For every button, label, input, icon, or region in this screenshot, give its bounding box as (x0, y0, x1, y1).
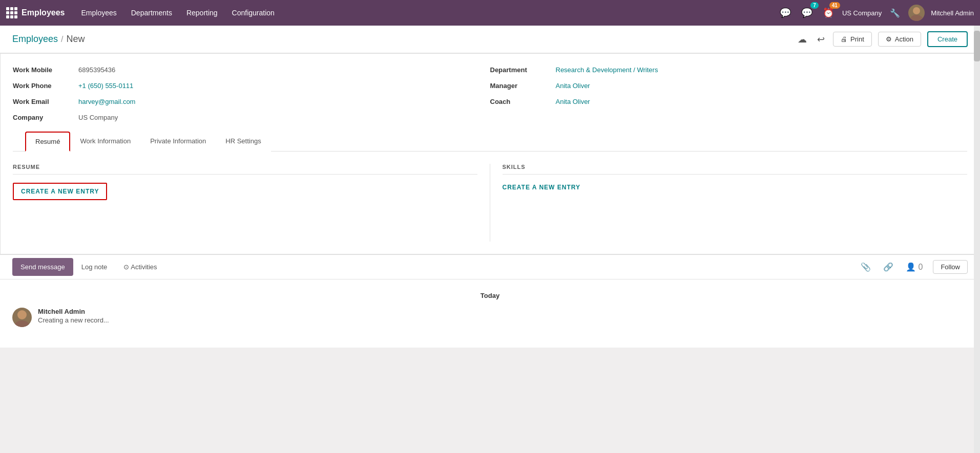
department-label: Department (490, 66, 552, 74)
message-feed: Today Mitchell Admin Creating a new reco… (0, 279, 980, 348)
attachment-icon[interactable]: 📎 (859, 260, 873, 274)
work-phone-row: Work Phone +1 (650) 555-0111 (13, 78, 490, 94)
nav-menu: Employees Departments Reporting Configur… (75, 6, 777, 20)
message-author: Mitchell Admin (38, 308, 109, 315)
resume-skills-section: RESUME CREATE A NEW ENTRY SKILLS CREATE … (1, 152, 979, 254)
chatter-right-actions: 📎 🔗 👤 0 Follow (859, 260, 968, 274)
message-content: Mitchell Admin Creating a new record... (38, 308, 109, 324)
coach-row: Coach Anita Oliver (490, 94, 968, 110)
svg-point-2 (17, 310, 27, 319)
create-button[interactable]: Create (927, 31, 968, 47)
tab-bar: Resumé Work Information Private Informat… (13, 132, 967, 152)
user-name: Mitchell Admin (931, 9, 974, 17)
discuss-icon[interactable]: 💬 (778, 5, 793, 20)
resume-create-entry-button[interactable]: CREATE A NEW ENTRY (13, 183, 107, 200)
work-mobile-value[interactable]: 6895395436 (78, 66, 115, 74)
department-value[interactable]: Research & Development / Writers (556, 66, 658, 74)
log-note-tab[interactable]: Log note (73, 258, 116, 276)
coach-value[interactable]: Anita Oliver (556, 98, 590, 105)
action-label: Action (895, 35, 913, 43)
scrollbar[interactable] (974, 26, 980, 348)
svg-point-3 (15, 320, 29, 327)
resume-column: RESUME CREATE A NEW ENTRY (13, 164, 490, 242)
right-fields: Department Research & Development / Writ… (490, 62, 968, 125)
work-mobile-row: Work Mobile 6895395436 (13, 62, 490, 78)
work-phone-label: Work Phone (13, 82, 74, 90)
link-icon[interactable]: 🔗 (881, 260, 895, 274)
left-fields: Work Mobile 6895395436 Work Phone +1 (65… (13, 62, 490, 125)
print-button[interactable]: 🖨 Print (833, 32, 872, 47)
skills-create-entry-button[interactable]: CREATE A NEW ENTRY (503, 184, 580, 191)
resume-heading: RESUME (13, 164, 477, 175)
tab-resume[interactable]: Resumé (25, 132, 70, 152)
company-label: Company (13, 114, 74, 121)
nav-departments[interactable]: Departments (125, 6, 178, 20)
upload-icon[interactable]: ☁ (796, 32, 809, 47)
messages-badge: 7 (810, 2, 819, 9)
skills-heading: SKILLS (503, 164, 968, 175)
clock-badge-wrap: ⏰ 41 (821, 5, 836, 20)
manager-value[interactable]: Anita Oliver (556, 82, 590, 90)
breadcrumb-bar: Employees / New ☁ ↩ 🖨 Print ⚙ Action Cre… (0, 26, 980, 53)
chatter-section: Send message Log note ⊙ Activities 📎 🔗 👤… (0, 254, 980, 348)
work-email-row: Work Email harvey@gmail.com (13, 94, 490, 110)
settings-icon[interactable]: 🔧 (888, 6, 902, 20)
nav-employees[interactable]: Employees (75, 6, 122, 20)
breadcrumb-separator: / (61, 35, 63, 44)
work-mobile-label: Work Mobile (13, 66, 74, 74)
scrollbar-thumb[interactable] (974, 31, 980, 61)
nav-configuration[interactable]: Configuration (226, 6, 281, 20)
followers-icon[interactable]: 👤 0 (904, 260, 925, 274)
department-row: Department Research & Development / Writ… (490, 62, 968, 78)
tab-hr-settings[interactable]: HR Settings (216, 132, 270, 152)
messages-badge-wrap: 💬 7 (799, 5, 815, 20)
top-navigation: Employees Employees Departments Reportin… (0, 0, 980, 26)
svg-point-0 (913, 7, 920, 14)
work-email-label: Work Email (13, 98, 74, 105)
breadcrumb-module[interactable]: Employees (12, 34, 58, 45)
app-logo[interactable]: Employees (6, 7, 65, 18)
manager-label: Manager (490, 82, 552, 90)
main-form: Work Mobile 6895395436 Work Phone +1 (65… (0, 53, 980, 254)
manager-row: Manager Anita Oliver (490, 78, 968, 94)
coach-label: Coach (490, 98, 552, 105)
fields-grid: Work Mobile 6895395436 Work Phone +1 (65… (13, 62, 967, 125)
employee-fields: Work Mobile 6895395436 Work Phone +1 (65… (1, 54, 979, 152)
refresh-icon[interactable]: ↩ (815, 32, 827, 47)
tab-private-information[interactable]: Private Information (140, 132, 216, 152)
avatar[interactable] (908, 5, 925, 21)
work-phone-value[interactable]: +1 (650) 555-0111 (78, 82, 133, 90)
activities-tab[interactable]: ⊙ Activities (115, 258, 165, 276)
clock-badge: 41 (829, 2, 840, 9)
chatter-tabs: Send message Log note ⊙ Activities 📎 🔗 👤… (0, 255, 980, 279)
activities-circle-icon: ⊙ (123, 263, 131, 271)
follow-button[interactable]: Follow (933, 260, 968, 274)
work-email-value[interactable]: harvey@gmail.com (78, 98, 135, 105)
print-label: Print (850, 35, 864, 43)
company-value[interactable]: US Company (78, 114, 118, 121)
nav-reporting[interactable]: Reporting (180, 6, 224, 20)
app-name: Employees (22, 8, 65, 17)
printer-icon: 🖨 (841, 35, 847, 43)
topbar-right: 💬 💬 7 ⏰ 41 US Company 🔧 Mitchell Admin (778, 5, 974, 21)
svg-point-1 (910, 15, 923, 21)
breadcrumb-actions: ☁ ↩ 🖨 Print ⚙ Action Create (796, 31, 968, 47)
date-divider: Today (12, 292, 968, 299)
company-row: Company US Company (13, 110, 490, 125)
message-avatar (12, 308, 32, 327)
grid-icon[interactable] (6, 7, 17, 18)
breadcrumb-current: New (67, 34, 85, 45)
send-message-tab[interactable]: Send message (12, 258, 73, 276)
skills-column: SKILLS CREATE A NEW ENTRY (490, 164, 968, 242)
tab-work-information[interactable]: Work Information (70, 132, 140, 152)
action-button[interactable]: ⚙ Action (878, 32, 921, 47)
message-text: Creating a new record... (38, 316, 109, 324)
gear-icon: ⚙ (886, 35, 892, 43)
company-label: US Company (842, 9, 882, 17)
message-item: Mitchell Admin Creating a new record... (12, 308, 968, 327)
